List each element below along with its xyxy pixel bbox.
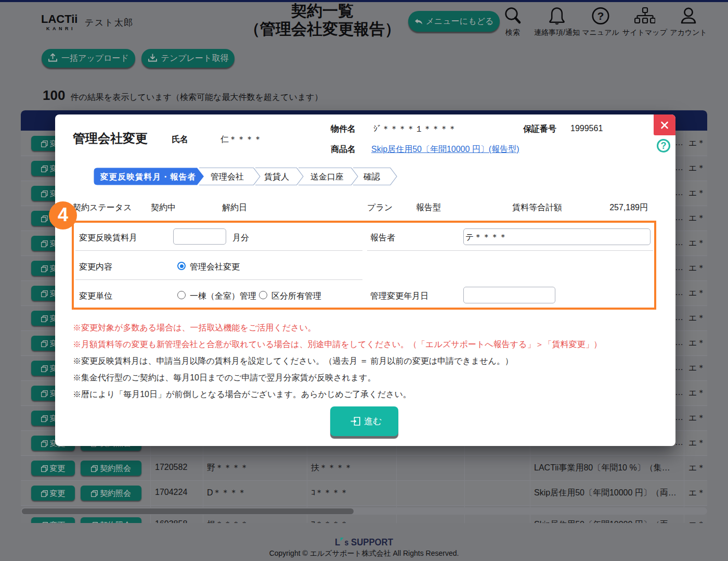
svg-text:変更反映賃料月・報告者: 変更反映賃料月・報告者 <box>100 172 196 181</box>
svg-text:?: ? <box>597 10 604 22</box>
svg-text:賃貸人: 賃貸人 <box>264 172 289 181</box>
svg-text:確認: 確認 <box>363 172 380 181</box>
svg-text:送金口座: 送金口座 <box>310 172 344 181</box>
svg-text:管理会社: 管理会社 <box>211 172 244 181</box>
